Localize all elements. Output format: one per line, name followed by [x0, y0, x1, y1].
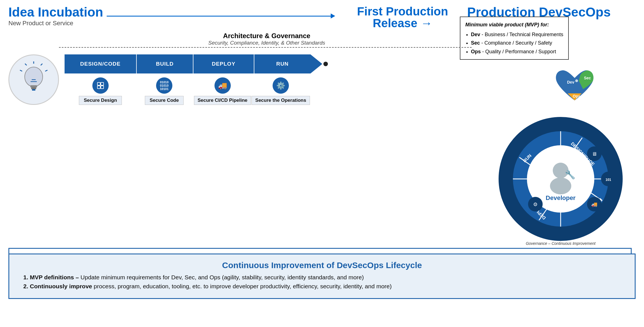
svg-rect-12: [101, 82, 104, 85]
pipeline-row: DESIGN/CODE BUILD DEPLOY: [8, 54, 472, 105]
secure-cicd-icon: 🚚: [214, 77, 231, 94]
bottom-item-2: 2. Continuously improve process, program…: [23, 283, 621, 290]
secure-ops-item: ⚙️ Secure the Operations: [253, 77, 309, 105]
mvp-item-dev: Dev - Business / Technical Requirements: [471, 30, 563, 39]
svg-line-2: [45, 70, 47, 71]
secure-cicd-label: Secure CI/CD Pipeline: [194, 96, 251, 105]
idea-incubation-title: Idea Incubation: [8, 6, 104, 19]
svg-line-3: [25, 64, 27, 65]
layout-top: Architecture & Governance Security, Comp…: [8, 29, 636, 248]
svg-text:Sec: Sec: [584, 76, 591, 80]
secure-design-icon: [92, 77, 109, 94]
first-production-block: First Production Release →: [338, 6, 467, 29]
pipeline-end-dot: [323, 62, 328, 66]
mvp-item-sec: Sec - Compliance / Security / Safety: [471, 39, 563, 47]
svg-point-5: [25, 67, 43, 87]
secure-ops-icon: ⚙️: [273, 77, 289, 94]
svg-rect-9: [31, 87, 36, 89]
secure-code-icon: 01010 01010 10101: [156, 77, 172, 94]
secure-design-label: Secure Design: [79, 96, 122, 105]
svg-text:Governance – Continuous Improv: Governance – Continuous Improvement: [526, 241, 596, 246]
svg-rect-8: [30, 85, 37, 87]
secure-code-label: Secure Code: [145, 96, 184, 105]
dashed-line: [59, 47, 472, 48]
pipeline-icons-row: Secure Design 01010 01010 10101: [65, 77, 472, 105]
bottom-item-1: 1. MVP definitions – Update minimum requ…: [23, 274, 621, 281]
pipeline-arrow: [310, 54, 322, 73]
idea-incubation-block: Idea Incubation New Product or Service: [8, 6, 104, 27]
svg-text:⚙: ⚙: [533, 202, 538, 207]
svg-rect-14: [101, 86, 104, 89]
svg-point-19: [575, 79, 578, 82]
svg-line-1: [41, 64, 42, 65]
lightbulb-icon: [18, 61, 49, 98]
lightbulb-container: [8, 54, 59, 105]
svg-text:🔧: 🔧: [565, 170, 576, 180]
architecture-subtitle: Security, Compliance, Identity, & Other …: [62, 40, 472, 46]
left-column: Architecture & Governance Security, Comp…: [8, 29, 472, 105]
pipeline-segment-design: DESIGN/CODE: [65, 54, 136, 73]
svg-point-47: [550, 178, 571, 194]
arrow-head-icon: [331, 13, 335, 19]
pipeline-segment-run: RUN: [254, 54, 310, 73]
arrow-line-1: [104, 13, 338, 19]
pipeline-segment-build: BUILD: [137, 54, 193, 73]
secure-cicd-item: 🚚 Secure CI/CD Pipeline: [192, 77, 253, 105]
pipeline-section: DESIGN/CODE BUILD DEPLOY: [65, 54, 472, 105]
heart-icon-container: Dev Sec Ops: [554, 65, 596, 105]
devsecops-circle-svg: DESIGN/CODE BUILD DEPLOY RUN 🖥 101: [492, 110, 629, 248]
svg-rect-10: [32, 89, 35, 91]
secure-design-item: Secure Design: [65, 77, 136, 105]
arch-label-container: Architecture & Governance Security, Comp…: [62, 32, 472, 46]
first-production-title: First Production Release →: [338, 6, 467, 29]
secure-code-item: 01010 01010 10101 Secure Code: [136, 77, 192, 105]
architecture-section: Architecture & Governance Security, Comp…: [62, 32, 472, 46]
mvp-box: Minimum viable product (MVP) for: Dev - …: [460, 17, 569, 60]
architecture-title: Architecture & Governance: [62, 32, 472, 40]
pipeline-segment-deploy: DEPLOY: [193, 54, 254, 73]
svg-text:Dev: Dev: [567, 80, 574, 84]
mvp-list: Dev - Business / Technical Requirements …: [465, 30, 563, 56]
mvp-item-ops: Ops - Quality / Performance / Support: [471, 47, 563, 56]
bottom-title: Continuous Improvement of DevSecOps Life…: [23, 261, 621, 270]
svg-text:Ops: Ops: [573, 94, 580, 98]
svg-rect-11: [97, 82, 100, 85]
arrow-line-bar: [107, 16, 331, 17]
svg-rect-13: [97, 86, 100, 89]
idea-incubation-subtitle: New Product or Service: [8, 20, 104, 27]
main-container: Idea Incubation New Product or Service F…: [0, 0, 644, 327]
secure-ops-label: Secure the Operations: [252, 96, 310, 105]
right-column: Minimum viable product (MVP) for: Dev - …: [472, 15, 636, 249]
svg-text:🚚: 🚚: [591, 201, 598, 208]
svg-text:🖥: 🖥: [592, 151, 597, 157]
heart-devsecops-icon: Dev Sec Ops: [554, 65, 596, 105]
svg-text:101: 101: [606, 178, 611, 182]
svg-text:Developer: Developer: [546, 194, 576, 201]
pipeline-bar: DESIGN/CODE BUILD DEPLOY: [65, 54, 472, 73]
bottom-section: Continuous Improvement of DevSecOps Life…: [8, 254, 636, 299]
svg-line-4: [20, 70, 22, 71]
lightbulb-circle: [8, 54, 59, 105]
devsecops-circle-container: DESIGN/CODE BUILD DEPLOY RUN 🖥 101: [492, 110, 629, 249]
mvp-title: Minimum viable product (MVP) for:: [465, 20, 563, 29]
